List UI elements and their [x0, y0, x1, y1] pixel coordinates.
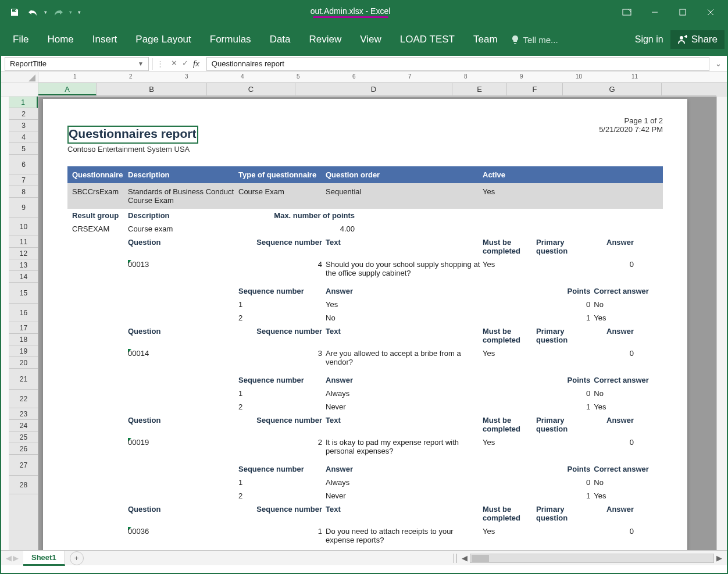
row-header-23[interactable]: 23 [9, 408, 38, 420]
enter-formula-icon[interactable]: ✓ [182, 59, 188, 69]
row-header-20[interactable]: 20 [9, 357, 38, 369]
row-header-26[interactable]: 26 [9, 443, 38, 455]
column-header-g[interactable]: G [563, 83, 662, 95]
row-header-17[interactable]: 17 [9, 322, 38, 334]
row-header-24[interactable]: 24 [9, 420, 38, 432]
column-header-c[interactable]: C [207, 83, 295, 95]
maximize-icon[interactable] [670, 3, 695, 21]
horizontal-scrollbar[interactable] [470, 554, 714, 563]
tab-view[interactable]: View [351, 28, 391, 51]
formula-bar: ReportTitle▼ ⋮ ✕ ✓ fx Questionnaires rep… [1, 56, 727, 72]
answer-header: Sequence numberAnswer PointsCorrect answ… [67, 462, 663, 476]
redo-icon[interactable] [51, 5, 66, 20]
expand-formula-bar-icon[interactable]: ⌄ [713, 59, 723, 68]
question-row: 00014 3Are you allowed to accept a bribe… [67, 347, 663, 369]
row-header-15[interactable]: 15 [9, 283, 38, 304]
tab-data[interactable]: Data [260, 28, 300, 51]
window-title: out.Admin.xlsx - Excel [87, 6, 614, 18]
questionnaire-row: SBCCrsExam Standards of Business Conduct… [67, 183, 663, 209]
question-row: 00036 1Do you need to attach receipts to… [67, 525, 663, 547]
minimize-icon[interactable] [642, 3, 668, 21]
tab-split-handle[interactable] [454, 554, 457, 563]
column-header-d[interactable]: D [295, 83, 452, 95]
sheet-tab-bar: ◀ ▶ Sheet1 + ◀ ▶ [1, 550, 727, 565]
redo-split-icon[interactable]: ▾ [69, 9, 72, 15]
page-number-label: Page 1 of 2 [599, 116, 663, 125]
column-header-e[interactable]: E [452, 83, 507, 95]
tab-scroll-right-icon[interactable]: ▶ [13, 554, 19, 562]
tell-me-search[interactable]: Tell me... [511, 35, 558, 45]
row-header-8[interactable]: 8 [9, 186, 38, 198]
answer-row: 2Never 1Yes [67, 400, 663, 413]
ribbon-display-icon[interactable] [614, 3, 640, 21]
fx-icon[interactable]: fx [193, 59, 199, 69]
new-sheet-button[interactable]: + [70, 551, 84, 565]
row-header-12[interactable]: 12 [9, 248, 38, 259]
close-icon[interactable] [698, 3, 723, 21]
sheet-tab-sheet1[interactable]: Sheet1 [23, 551, 65, 566]
row-header-11[interactable]: 11 [9, 236, 38, 248]
row-header-3[interactable]: 3 [9, 120, 38, 131]
column-header-b[interactable]: B [97, 83, 207, 95]
tab-team[interactable]: Team [464, 28, 507, 51]
row-header-21[interactable]: 21 [9, 369, 38, 390]
cancel-formula-icon[interactable]: ✕ [171, 59, 177, 69]
column-header-f[interactable]: F [507, 83, 563, 95]
answer-row: 2Never 1Yes [67, 489, 663, 502]
tab-review[interactable]: Review [300, 28, 351, 51]
row-header-10[interactable]: 10 [9, 218, 38, 236]
active-cell[interactable]: Questionnaires report [67, 126, 198, 144]
question-row: 00013 4Should you do your school supply … [67, 258, 663, 280]
report-timestamp: 5/21/2020 7:42 PM [599, 125, 663, 134]
worksheet-area[interactable]: Page 1 of 2 5/21/2020 7:42 PM Questionna… [38, 97, 716, 550]
row-header-5[interactable]: 5 [9, 143, 38, 155]
page-preview: Page 1 of 2 5/21/2020 7:42 PM Questionna… [43, 99, 687, 550]
ribbon-tabs: File Home Insert Page Layout Formulas Da… [1, 23, 727, 56]
tab-scroll-left-icon[interactable]: ◀ [6, 554, 12, 562]
row-header-28[interactable]: 28 [9, 476, 38, 494]
row-header-19[interactable]: 19 [9, 345, 38, 357]
share-icon [677, 34, 688, 45]
row-header-13[interactable]: 13 [9, 259, 38, 271]
row-header-18[interactable]: 18 [9, 334, 38, 345]
row-header-1[interactable]: 1 [9, 97, 38, 108]
tab-loadtest[interactable]: LOAD TEST [391, 28, 464, 51]
row-header-6[interactable]: 6 [9, 155, 38, 174]
answer-header: Sequence numberAnswer PointsCorrect answ… [67, 284, 663, 298]
qat-customize-icon[interactable]: ▾ [78, 9, 81, 15]
row-header-9[interactable]: 9 [9, 198, 38, 218]
row-header-4[interactable]: 4 [9, 131, 38, 143]
tab-insert[interactable]: Insert [83, 28, 127, 51]
formula-input[interactable]: Questionnaires report [206, 57, 709, 71]
row-header-25[interactable]: 25 [9, 432, 38, 443]
vertical-scrollbar[interactable] [716, 97, 727, 550]
share-button[interactable]: Share [670, 30, 725, 49]
row-header-7[interactable]: 7 [9, 174, 38, 186]
row-header-14[interactable]: 14 [9, 271, 38, 283]
hscroll-right-icon[interactable]: ▶ [716, 554, 722, 562]
row-header-16[interactable]: 16 [9, 304, 38, 322]
chevron-down-icon[interactable]: ▼ [138, 60, 144, 67]
name-box[interactable]: ReportTitle▼ [5, 57, 149, 71]
row-header-22[interactable]: 22 [9, 390, 38, 408]
report-title: Questionnaires report [69, 127, 196, 140]
sign-in-button[interactable]: Sign in [628, 34, 670, 45]
questionnaire-header: Questionnaire Description Type of questi… [67, 166, 663, 183]
report-subtitle: Contoso Entertainment System USA [67, 145, 663, 154]
column-header-a[interactable]: A [38, 83, 97, 95]
row-header-2[interactable]: 2 [9, 108, 38, 120]
question-row: 00019 2It is okay to pad my expense repo… [67, 436, 663, 458]
horizontal-ruler: 1234567891011 [1, 72, 727, 83]
undo-icon[interactable] [26, 5, 41, 20]
tab-page-layout[interactable]: Page Layout [126, 28, 200, 51]
tab-formulas[interactable]: Formulas [201, 28, 260, 51]
row-header-27[interactable]: 27 [9, 455, 38, 476]
question-header: Question Sequence numberText Must be com… [67, 325, 663, 347]
tab-home[interactable]: Home [38, 28, 83, 51]
answer-row: 2No 1Yes [67, 311, 663, 325]
hscroll-left-icon[interactable]: ◀ [462, 554, 468, 562]
save-icon[interactable] [7, 5, 22, 20]
tab-file[interactable]: File [3, 28, 38, 51]
namebox-options-icon[interactable]: ⋮ [156, 59, 164, 68]
undo-split-icon[interactable]: ▾ [44, 9, 47, 15]
